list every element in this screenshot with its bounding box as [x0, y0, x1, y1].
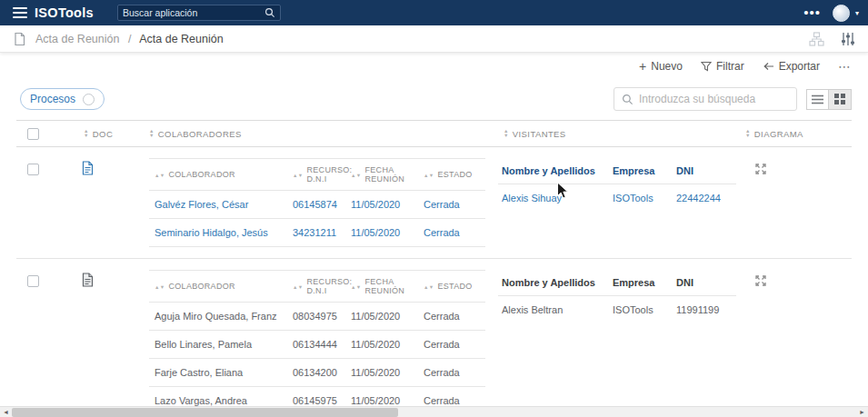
- colaborador-fecha[interactable]: 11/05/2020: [345, 219, 418, 246]
- colaborador-name: Bello Linares, Pamela: [149, 331, 287, 358]
- doc-file-icon[interactable]: [82, 163, 94, 178]
- colaborador-estado[interactable]: Cerrada: [418, 219, 485, 246]
- expand-icon[interactable]: [754, 274, 767, 287]
- visitante-row: Alexis SihuayISOTools22442244: [498, 184, 736, 212]
- breadcrumb-parent[interactable]: Acta de Reunión: [35, 33, 119, 45]
- colaborador-column-header[interactable]: RECURSO: D.N.I: [287, 271, 345, 302]
- sort-icon: [149, 129, 155, 138]
- visitante-column-header[interactable]: DNI: [673, 158, 736, 184]
- doc-file-icon[interactable]: [82, 274, 94, 290]
- list-view-button[interactable]: [806, 89, 829, 110]
- colaborador-dni: 06134444: [287, 331, 345, 358]
- sort-icon: [293, 170, 304, 179]
- colaborador-fecha: 11/05/2020: [345, 359, 418, 386]
- visitante-column-header[interactable]: DNI: [673, 270, 736, 295]
- scrollbar-thumb[interactable]: [12, 408, 398, 417]
- colaborador-fecha[interactable]: 11/05/2020: [345, 191, 418, 218]
- row-checkbox-cell: [16, 158, 55, 179]
- sort-icon: [293, 282, 304, 291]
- sliders-icon[interactable]: [841, 32, 855, 46]
- grid-view-button[interactable]: [829, 89, 852, 110]
- visitantes-table: Nombre y ApellidosEmpresaDNIAlexis Sihua…: [498, 158, 736, 212]
- colaborador-row: Bello Linares, Pamela0613444411/05/2020C…: [149, 331, 485, 359]
- menu-icon[interactable]: [13, 7, 27, 18]
- search-icon: [622, 94, 634, 105]
- procesos-filter-pill[interactable]: Procesos: [20, 88, 105, 110]
- select-all-checkbox[interactable]: [27, 128, 39, 140]
- expand-icon[interactable]: [754, 163, 767, 175]
- colaborador-row: Farje Castro, Eliana0613420011/05/2020Ce…: [149, 359, 485, 387]
- colaborador-estado[interactable]: Cerrada: [418, 191, 485, 218]
- visitante-dni[interactable]: 22442244: [673, 184, 736, 212]
- colaborador-column-header[interactable]: ESTADO: [418, 271, 485, 302]
- visitante-name: Alexis Beltran: [498, 296, 609, 323]
- app-search-input[interactable]: [123, 7, 264, 18]
- colaborador-estado: Cerrada: [418, 303, 485, 330]
- filters-toolbar: Procesos: [0, 80, 868, 118]
- procesos-toggle[interactable]: [83, 94, 95, 105]
- filtrar-button[interactable]: Filtrar: [701, 60, 744, 73]
- chevron-down-icon[interactable]: ▾: [855, 9, 859, 17]
- visitante-column-header[interactable]: Empresa: [609, 158, 673, 184]
- actions-more-icon[interactable]: ⋯: [838, 59, 852, 74]
- colaborador-column-header[interactable]: COLABORADOR: [149, 271, 287, 302]
- filtrar-label: Filtrar: [716, 60, 744, 73]
- column-header-doc[interactable]: DOC: [55, 129, 118, 139]
- column-header-diagrama[interactable]: DIAGRAMA: [733, 129, 852, 139]
- procesos-label: Procesos: [30, 93, 75, 105]
- scrollbar-track[interactable]: [12, 407, 856, 417]
- colaborador-dni[interactable]: 06145874: [287, 191, 345, 218]
- colaboradores-table: COLABORADORRECURSO: D.N.IFECHA REUNIÓNES…: [149, 158, 485, 247]
- colaborador-name[interactable]: Seminario Hidalgo, Jesús: [149, 219, 287, 246]
- sort-icon: [745, 129, 751, 138]
- column-header-visitantes[interactable]: VISITANTES: [485, 129, 733, 139]
- visitante-column-header[interactable]: Nombre y Apellidos: [498, 158, 609, 184]
- app-logo[interactable]: ISOTools: [35, 5, 94, 20]
- diagrama-header-label: DIAGRAMA: [754, 129, 803, 139]
- diagrama-cell: [733, 270, 852, 291]
- visitante-dni: 11991199: [673, 296, 736, 323]
- colaborador-column-header[interactable]: FECHA REUNIÓN: [345, 159, 418, 190]
- breadcrumb: Acta de Reunión / Acta de Reunión: [35, 33, 224, 45]
- table-search-input[interactable]: [639, 93, 789, 105]
- app-search[interactable]: [117, 5, 281, 21]
- horizontal-scrollbar[interactable]: ◄ ►: [0, 406, 868, 417]
- more-options-icon[interactable]: •••: [803, 8, 821, 17]
- document-icon: [13, 32, 26, 46]
- colaborador-column-header[interactable]: COLABORADOR: [149, 159, 287, 190]
- sort-icon: [424, 170, 434, 179]
- colaborador-column-header[interactable]: RECURSO: D.N.I: [287, 159, 345, 190]
- exportar-button[interactable]: Exportar: [763, 60, 820, 73]
- scroll-left-arrow[interactable]: ◄: [0, 407, 12, 417]
- breadcrumb-current: Acta de Reunión: [139, 33, 223, 45]
- exportar-label: Exportar: [779, 60, 820, 73]
- colaborador-dni[interactable]: 34231211: [287, 219, 345, 246]
- colaborador-column-header[interactable]: FECHA REUNIÓN: [345, 271, 418, 302]
- visitante-empresa[interactable]: ISOTools: [609, 184, 673, 212]
- action-bar: + Nuevo Filtrar Exportar ⋯: [0, 53, 868, 80]
- row-checkbox[interactable]: [27, 164, 39, 175]
- user-avatar[interactable]: [833, 5, 850, 22]
- sort-icon: [351, 282, 362, 291]
- table-row: COLABORADORRECURSO: D.N.IFECHA REUNIÓNES…: [16, 259, 852, 417]
- colaborador-row: Galvéz Flores, César0614587411/05/2020Ce…: [149, 191, 485, 219]
- sort-icon: [351, 170, 362, 179]
- nuevo-button[interactable]: + Nuevo: [639, 60, 683, 73]
- top-navigation-bar: ISOTools ••• ▾: [0, 0, 868, 25]
- sort-icon: [424, 282, 434, 291]
- colaborador-fecha: 11/05/2020: [345, 331, 418, 358]
- colaborador-column-header[interactable]: ESTADO: [418, 159, 485, 190]
- visitante-column-header[interactable]: Nombre y Apellidos: [498, 270, 609, 295]
- visitantes-header-row: Nombre y ApellidosEmpresaDNI: [498, 158, 736, 184]
- visitante-column-header[interactable]: Empresa: [609, 270, 673, 295]
- colaboradores-table: COLABORADORRECURSO: D.N.IFECHA REUNIÓNES…: [149, 270, 485, 415]
- diagram-icon[interactable]: [809, 32, 824, 46]
- row-checkbox[interactable]: [27, 275, 39, 287]
- colaborador-name: Aguja Miro Quesada, Franz: [149, 303, 287, 330]
- colaborador-name[interactable]: Galvéz Flores, César: [149, 191, 287, 218]
- visitante-name[interactable]: Alexis Sihuay: [498, 184, 609, 212]
- table-search[interactable]: [614, 87, 797, 111]
- scroll-right-arrow[interactable]: ►: [856, 407, 868, 417]
- column-header-colaboradores[interactable]: COLABORADORES: [118, 129, 485, 139]
- sort-icon: [504, 129, 509, 138]
